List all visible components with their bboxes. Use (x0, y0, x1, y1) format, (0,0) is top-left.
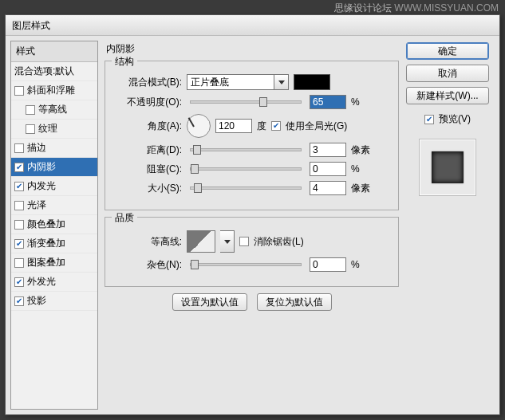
opacity-slider[interactable] (190, 100, 302, 104)
style-item[interactable]: 等高线 (11, 100, 97, 120)
chevron-down-icon (278, 80, 285, 84)
noise-input[interactable]: 0 (310, 257, 346, 272)
color-swatch[interactable] (294, 74, 330, 90)
style-label: 内阴影 (27, 160, 56, 174)
choke-input[interactable]: 0 (310, 162, 346, 176)
style-item[interactable]: 图案叠加 (11, 253, 97, 273)
style-item[interactable]: 斜面和浮雕 (11, 81, 97, 100)
style-checkbox[interactable] (14, 163, 24, 172)
watermark-main: 思缘设计论坛 (334, 2, 392, 14)
style-label: 描边 (27, 141, 46, 155)
blend-mode-select[interactable]: 正片叠底 (187, 74, 289, 90)
style-label: 等高线 (38, 103, 67, 116)
panel-title: 内阴影 (106, 42, 399, 56)
contour-dropdown-button[interactable] (220, 230, 235, 253)
antialias-checkbox[interactable] (239, 237, 249, 246)
opacity-unit: % (351, 96, 375, 108)
contour-label: 等高线: (113, 235, 182, 249)
style-item[interactable]: 光泽 (11, 196, 97, 215)
preview-label: 预览(V) (439, 112, 471, 126)
angle-label: 角度(A): (113, 120, 182, 133)
choke-slider[interactable] (190, 167, 302, 171)
style-checkbox[interactable] (26, 124, 35, 134)
distance-label: 距离(D): (113, 143, 182, 157)
style-checkbox[interactable] (14, 86, 24, 96)
preview-checkbox[interactable] (424, 115, 434, 124)
angle-input[interactable]: 120 (215, 119, 252, 133)
angle-dial[interactable] (187, 114, 211, 138)
effect-panel: 内阴影 结构 混合模式(B): 正片叠底 不透明度(O): 65 % (98, 36, 402, 414)
antialias-label: 消除锯齿(L) (254, 235, 304, 249)
style-checkbox[interactable] (14, 258, 24, 268)
styles-list: 样式 混合选项:默认 斜面和浮雕等高线纹理描边内阴影内发光光泽颜色叠加渐变叠加图… (10, 41, 98, 410)
style-checkbox[interactable] (14, 296, 24, 306)
size-unit: 像素 (351, 182, 375, 195)
distance-unit: 像素 (351, 143, 375, 157)
style-checkbox[interactable] (14, 182, 24, 191)
structure-legend: 结构 (112, 55, 137, 69)
blending-options-label: 混合选项:默认 (14, 65, 74, 78)
style-item[interactable]: 渐变叠加 (11, 234, 97, 253)
style-label: 图案叠加 (27, 256, 65, 269)
quality-legend: 品质 (112, 211, 137, 225)
blend-mode-dropdown-button[interactable] (274, 74, 289, 90)
quality-group: 品质 等高线: 消除锯齿(L) 杂色(N): 0 % (105, 217, 399, 287)
style-label: 斜面和浮雕 (27, 84, 75, 97)
style-checkbox[interactable] (14, 220, 24, 230)
dialog-actions: 确定 取消 新建样式(W)... 预览(V) (402, 36, 499, 414)
choke-label: 阻塞(C): (113, 163, 182, 176)
opacity-input[interactable]: 65 (310, 95, 346, 109)
choke-unit: % (351, 163, 375, 175)
global-light-label: 使用全局光(G) (286, 120, 347, 133)
style-item[interactable]: 投影 (11, 292, 97, 311)
style-item[interactable]: 内阴影 (11, 158, 97, 177)
noise-slider[interactable] (190, 263, 302, 266)
style-label: 渐变叠加 (27, 237, 65, 250)
chevron-down-icon (224, 240, 231, 244)
contour-picker[interactable] (187, 230, 215, 253)
style-checkbox[interactable] (14, 143, 24, 153)
size-slider[interactable] (190, 186, 302, 190)
style-item[interactable]: 外发光 (11, 273, 97, 292)
watermark: 思缘设计论坛 WWW.MISSYUAN.COM (334, 2, 499, 15)
angle-unit: 度 (257, 120, 266, 133)
dialog-title: 图层样式 (6, 15, 499, 36)
style-item[interactable]: 纹理 (11, 120, 97, 139)
noise-label: 杂色(N): (113, 258, 182, 272)
cancel-button[interactable]: 取消 (406, 65, 489, 82)
style-label: 投影 (27, 294, 46, 308)
size-label: 大小(S): (113, 182, 182, 195)
distance-slider[interactable] (190, 148, 302, 151)
style-item[interactable]: 描边 (11, 139, 97, 158)
blending-options-row[interactable]: 混合选项:默认 (11, 62, 97, 81)
style-checkbox[interactable] (26, 105, 35, 115)
style-checkbox[interactable] (14, 201, 24, 210)
style-label: 内发光 (27, 179, 56, 193)
layer-style-dialog: 图层样式 样式 混合选项:默认 斜面和浮雕等高线纹理描边内阴影内发光光泽颜色叠加… (5, 14, 500, 415)
ok-button[interactable]: 确定 (406, 42, 489, 60)
style-item[interactable]: 颜色叠加 (11, 215, 97, 234)
style-label: 外发光 (27, 275, 56, 289)
new-style-button[interactable]: 新建样式(W)... (406, 87, 489, 104)
style-checkbox[interactable] (14, 277, 24, 287)
preview-thumbnail (432, 151, 464, 183)
blend-mode-value: 正片叠底 (191, 76, 229, 89)
reset-default-button[interactable]: 复位为默认值 (257, 293, 332, 311)
set-default-button[interactable]: 设置为默认值 (172, 293, 247, 311)
watermark-sub: WWW.MISSYUAN.COM (394, 2, 499, 14)
size-input[interactable]: 4 (310, 181, 346, 195)
style-checkbox[interactable] (14, 239, 24, 249)
distance-input[interactable]: 3 (310, 143, 346, 157)
preview-box (419, 139, 476, 196)
style-label: 颜色叠加 (27, 218, 65, 231)
opacity-label: 不透明度(O): (113, 96, 182, 109)
style-item[interactable]: 内发光 (11, 177, 97, 196)
structure-group: 结构 混合模式(B): 正片叠底 不透明度(O): 65 % 角度 (105, 61, 399, 210)
noise-unit: % (351, 259, 375, 270)
styles-header: 样式 (11, 41, 97, 62)
global-light-checkbox[interactable] (271, 121, 281, 131)
style-label: 光泽 (27, 198, 46, 212)
blend-mode-label: 混合模式(B): (113, 76, 182, 89)
style-label: 纹理 (38, 122, 57, 135)
